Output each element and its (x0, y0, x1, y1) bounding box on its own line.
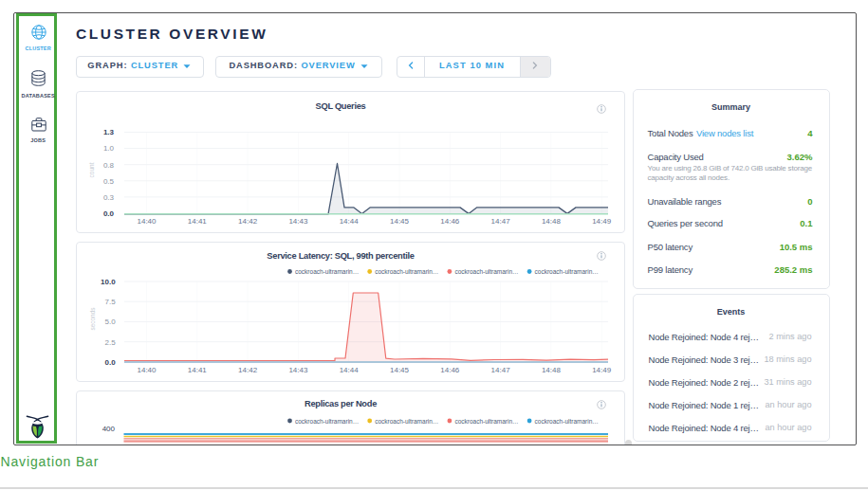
svg-text:1.0: 1.0 (102, 144, 114, 153)
svg-text:0.3: 0.3 (102, 192, 114, 201)
svg-text:1.3: 1.3 (102, 128, 114, 136)
svg-text:2.5: 2.5 (104, 337, 116, 346)
svg-text:cockroach-ultramarin…: cockroach-ultramarin… (375, 268, 438, 275)
svg-text:14:40: 14:40 (137, 366, 157, 374)
svg-text:14:41: 14:41 (187, 217, 207, 226)
svg-text:14:44: 14:44 (339, 217, 359, 226)
svg-text:400: 400 (102, 424, 115, 432)
svg-text:14:45: 14:45 (389, 366, 409, 374)
svg-text:14:43: 14:43 (288, 366, 308, 374)
svg-text:14:46: 14:46 (440, 366, 460, 374)
svg-text:14:40: 14:40 (137, 217, 157, 226)
svg-text:14:42: 14:42 (238, 366, 258, 374)
svg-text:cockroach-ultramarin…: cockroach-ultramarin… (295, 268, 359, 275)
svg-text:14:41: 14:41 (187, 366, 207, 374)
svg-text:0.0: 0.0 (104, 357, 116, 366)
svg-text:cockroach-ultramarin…: cockroach-ultramarin… (454, 417, 518, 424)
svg-text:cockroach-ultramarin…: cockroach-ultramarin… (534, 268, 598, 275)
svg-text:7.5: 7.5 (104, 298, 116, 306)
svg-text:0.8: 0.8 (102, 160, 114, 169)
svg-text:14:48: 14:48 (541, 366, 561, 374)
svg-text:0.5: 0.5 (102, 176, 114, 185)
svg-text:14:47: 14:47 (490, 366, 510, 374)
svg-text:14:48: 14:48 (541, 217, 561, 226)
svg-text:cockroach-ultramarin…: cockroach-ultramarin… (534, 417, 598, 424)
svg-text:14:47: 14:47 (490, 217, 510, 226)
svg-text:cockroach-ultramarin…: cockroach-ultramarin… (375, 417, 438, 424)
svg-text:14:42: 14:42 (238, 217, 258, 226)
svg-text:10.0: 10.0 (101, 277, 116, 285)
svg-text:5.0: 5.0 (104, 318, 116, 326)
svg-text:14:49: 14:49 (592, 217, 612, 226)
svg-text:14:44: 14:44 (339, 366, 359, 374)
svg-text:14:46: 14:46 (440, 217, 460, 226)
svg-text:0.0: 0.0 (102, 209, 114, 217)
svg-text:14:43: 14:43 (288, 217, 308, 226)
svg-text:14:45: 14:45 (389, 217, 409, 226)
svg-text:cockroach-ultramarin…: cockroach-ultramarin… (454, 268, 518, 275)
svg-text:14:49: 14:49 (592, 366, 612, 374)
svg-text:cockroach-ultramarin…: cockroach-ultramarin… (295, 417, 359, 424)
